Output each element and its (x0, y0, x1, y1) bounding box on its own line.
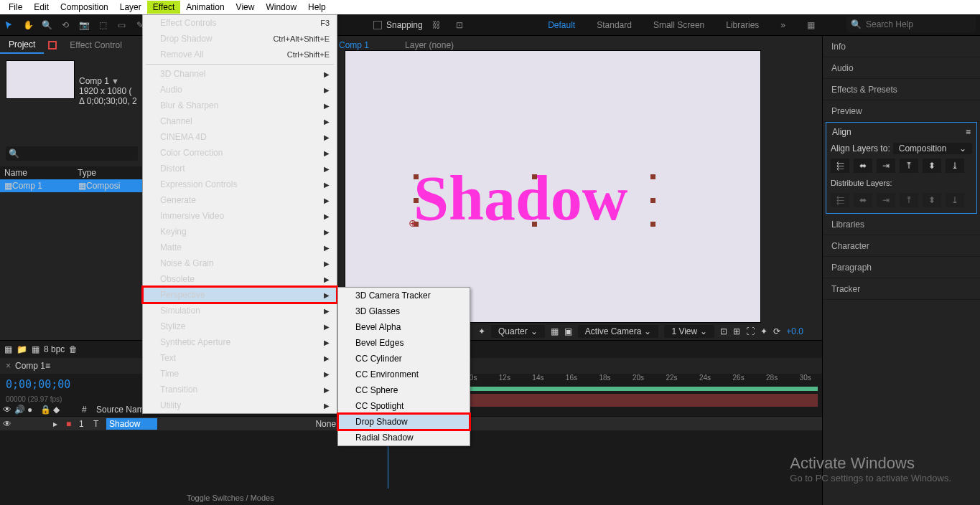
composition-canvas[interactable]: Shadow ⊕ (345, 50, 761, 323)
workspace-more-icon[interactable]: » (780, 20, 785, 30)
effect-cat-simulation[interactable]: Simulation▶ (143, 303, 337, 318)
effect-cat-blur-sharpen[interactable]: Blur & Sharpen▶ (143, 98, 337, 113)
submenu-drop-shadow[interactable]: Drop Shadow (338, 414, 470, 430)
menu-remove-all[interactable]: Remove AllCtrl+Shift+E (143, 47, 337, 62)
align-top-icon[interactable]: ⤒ (900, 159, 918, 173)
selection-handle[interactable] (532, 222, 537, 227)
pan-behind-tool-icon[interactable]: ⬚ (96, 19, 109, 32)
resolution-dropdown[interactable]: Quarter ⌄ (491, 325, 545, 338)
effect-cat-expression-controls[interactable]: Expression Controls▶ (143, 176, 337, 192)
col-type[interactable]: Type (78, 168, 96, 178)
shape-tool-icon[interactable]: ▭ (115, 19, 128, 32)
aperture-icon[interactable]: ✦ (478, 326, 485, 336)
opt4-icon[interactable]: ✦ (760, 326, 767, 336)
camera-dropdown[interactable]: Active Camera ⌄ (578, 325, 659, 338)
timeline-tab-comp1[interactable]: Comp 1 (15, 361, 45, 371)
align-right-icon[interactable]: ⇥ (877, 159, 895, 173)
eye-icon[interactable]: 👁 (0, 405, 14, 415)
interpret-icon[interactable]: ▦ (4, 344, 12, 354)
menu-help[interactable]: Help (302, 1, 332, 14)
effect-cat-transition[interactable]: Transition▶ (143, 382, 337, 397)
effect-cat-obsolete[interactable]: Obsolete▶ (143, 271, 337, 287)
toggle-switches[interactable]: Toggle Switches / Modes (187, 494, 274, 502)
exposure-value[interactable]: +0.0 (786, 326, 803, 336)
refresh-icon[interactable]: ⟳ (773, 326, 780, 336)
opt3-icon[interactable]: ⛶ (746, 326, 755, 336)
submenu-3d-camera-tracker[interactable]: 3D Camera Tracker (338, 288, 470, 303)
snapping-opt2-icon[interactable]: ⊡ (453, 19, 466, 32)
panel-info[interactable]: Info (823, 36, 980, 57)
selection-handle[interactable] (414, 198, 419, 203)
menu-file[interactable]: File (3, 1, 28, 14)
col-name[interactable]: Name (4, 168, 27, 178)
effect-cat-stylize[interactable]: Stylize▶ (143, 318, 337, 334)
menu-edit[interactable]: Edit (28, 1, 55, 14)
panel-menu-icon[interactable]: ≡ (966, 127, 971, 137)
orbit-tool-icon[interactable]: ⟲ (59, 19, 72, 32)
project-tab[interactable]: Project (0, 37, 44, 54)
effect-controls-tab[interactable]: Effect Control (61, 37, 130, 53)
close-tab-icon[interactable]: × (6, 361, 11, 371)
effect-cat-3d-channel[interactable]: 3D Channel▶ (143, 66, 337, 82)
submenu-cc-spotlight[interactable]: CC Spotlight (338, 398, 470, 414)
submenu-cc-environment[interactable]: CC Environment (338, 367, 470, 382)
effect-cat-distort[interactable]: Distort▶ (143, 161, 337, 176)
menu-layer[interactable]: Layer (114, 1, 147, 14)
menu-effect-controls[interactable]: Effect ControlsF3 (143, 15, 337, 31)
camera-tool-icon[interactable]: 📷 (78, 19, 90, 32)
workspace-small[interactable]: Small Screen (653, 20, 704, 30)
submenu-radial-shadow[interactable]: Radial Shadow (338, 430, 470, 445)
selection-handle[interactable] (650, 198, 655, 203)
align-left-icon[interactable]: ⬱ (831, 159, 849, 173)
bpc-label[interactable]: 8 bpc (44, 344, 65, 354)
panel-audio[interactable]: Audio (823, 57, 980, 79)
selection-handle[interactable] (532, 174, 537, 179)
opt2-icon[interactable]: ⊞ (733, 326, 740, 336)
submenu-3d-glasses[interactable]: 3D Glasses (338, 303, 470, 319)
workspace-panel-icon[interactable]: ▦ (807, 20, 815, 30)
canvas-text[interactable]: Shadow (414, 162, 627, 235)
submenu-cc-cylinder[interactable]: CC Cylinder (338, 351, 470, 367)
effect-cat-time[interactable]: Time▶ (143, 366, 337, 382)
submenu-bevel-alpha[interactable]: Bevel Alpha (338, 319, 470, 335)
selection-tool-icon[interactable] (3, 19, 16, 32)
menu-composition[interactable]: Composition (55, 1, 114, 14)
menu-effect[interactable]: Effect (147, 1, 180, 14)
layer-color-icon[interactable]: ■ (66, 419, 79, 429)
layer-eye-icon[interactable]: 👁 (0, 419, 14, 429)
effect-cat-color-correction[interactable]: Color Correction▶ (143, 145, 337, 161)
opt1-icon[interactable]: ⊡ (720, 326, 727, 336)
hand-tool-icon[interactable]: ✋ (22, 19, 34, 32)
newcomp-icon[interactable]: ▦ (32, 344, 39, 354)
effect-cat-immersive-video[interactable]: Immersive Video▶ (143, 208, 337, 224)
selection-handle[interactable] (650, 174, 655, 179)
align-vcenter-icon[interactable]: ⬍ (923, 159, 941, 173)
lock-icon[interactable]: 🔒 (40, 405, 53, 415)
panel-preview[interactable]: Preview (823, 100, 980, 122)
workspace-standard[interactable]: Standard (597, 20, 632, 30)
snapping-checkbox[interactable] (373, 21, 382, 29)
panel-character[interactable]: Character (823, 235, 980, 257)
snapping-opt-icon[interactable]: ⛓ (430, 19, 443, 32)
effect-cat-text[interactable]: Text▶ (143, 350, 337, 366)
project-search[interactable]: 🔍 (6, 146, 138, 161)
menu-view[interactable]: View (230, 1, 261, 14)
solo-icon[interactable]: ● (27, 405, 40, 415)
trash-icon[interactable]: 🗑 (69, 344, 78, 354)
comp-thumbnail[interactable] (6, 60, 75, 99)
menu-animation[interactable]: Animation (180, 1, 230, 14)
effect-cat-channel[interactable]: Channel▶ (143, 113, 337, 129)
selection-handle[interactable] (414, 174, 419, 179)
effect-cat-perspective[interactable]: Perspective▶ (143, 287, 337, 303)
panel-paragraph[interactable]: Paragraph (823, 257, 980, 278)
effect-cat-utility[interactable]: Utility▶ (143, 397, 337, 413)
align-title[interactable]: Align (832, 127, 851, 137)
viewer-tab-layer[interactable]: Layer (none) (405, 40, 454, 50)
align-bottom-icon[interactable]: ⤓ (946, 159, 964, 173)
effect-cat-keying[interactable]: Keying▶ (143, 224, 337, 240)
submenu-bevel-edges[interactable]: Bevel Edges (338, 335, 470, 351)
effect-cat-generate[interactable]: Generate▶ (143, 192, 337, 208)
effect-cat-matte[interactable]: Matte▶ (143, 240, 337, 255)
view-dropdown[interactable]: 1 View ⌄ (664, 325, 714, 338)
align-hcenter-icon[interactable]: ⬌ (854, 159, 872, 173)
